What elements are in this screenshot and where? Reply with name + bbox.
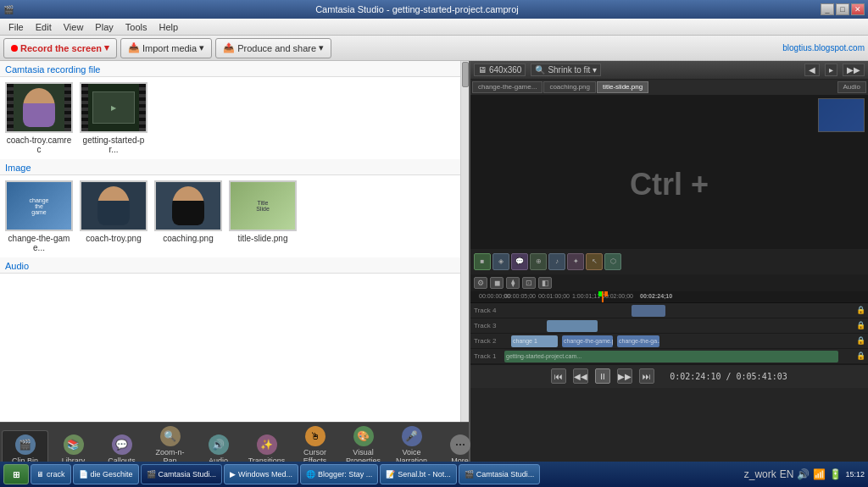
- mini-tl-btn-2[interactable]: ⧫: [506, 277, 520, 289]
- preview-btn3[interactable]: ▶▶: [843, 64, 865, 76]
- taskbar-media-icon: ▶: [230, 470, 236, 479]
- preview-fit-selector[interactable]: 🔍 Shrink to fit ▾: [531, 64, 601, 76]
- menu-file[interactable]: File: [3, 20, 29, 34]
- taskbar-camtasia-2[interactable]: 🎬 Camtasia Studi...: [459, 464, 541, 484]
- window-controls: _ □ ✕: [821, 3, 865, 15]
- mini-timeline-toolbar: ⚙ ◼ ⧫ ⊡ ◧: [470, 274, 868, 291]
- import-media-button[interactable]: 📥 Import media ▾: [120, 38, 212, 58]
- mini-tl-btn-1[interactable]: ◼: [490, 277, 504, 289]
- mini-track-2-lock[interactable]: 🔒: [856, 336, 868, 345]
- clip-bin-icon: 🎬: [15, 434, 36, 455]
- mini-tool-audio[interactable]: ♪: [548, 253, 565, 270]
- minimize-button[interactable]: _: [821, 3, 834, 15]
- mini-track-1-lock[interactable]: 🔒: [856, 351, 868, 360]
- mini-track-4-lock[interactable]: 🔒: [856, 306, 868, 314]
- preview-thumbnail: [818, 98, 865, 132]
- preview-size-selector[interactable]: 🖥 640x360: [474, 64, 526, 76]
- mini-tool-call[interactable]: 💬: [511, 253, 528, 270]
- mini-track-2-clip2[interactable]: change-the-game.png: [562, 335, 613, 347]
- recording-section-header: Camtasia recording file: [0, 61, 469, 77]
- menu-edit[interactable]: Edit: [31, 20, 57, 34]
- preview-btn1[interactable]: ◀: [804, 64, 820, 76]
- title-bar: 🎬 Camtasia Studio - getting-started-proj…: [0, 0, 868, 19]
- taskbar-tray: z_work EN 🔊 📶 🔋 15:12: [744, 468, 865, 480]
- left-panel: Camtasia recording file coach-troy.camre…: [0, 61, 470, 468]
- taskbar-senal[interactable]: 📝 Senal.bt - Not...: [380, 464, 457, 484]
- thumb-coach-troy-camrec: [5, 82, 73, 133]
- menu-play[interactable]: Play: [90, 20, 118, 34]
- zoom-pan-icon: 🔍: [160, 426, 181, 446]
- media-item-change-game[interactable]: changethegame change-the-game...: [5, 180, 73, 252]
- step-back-button[interactable]: ◀◀: [573, 368, 588, 384]
- media-item-coaching-png[interactable]: coaching.png: [154, 180, 222, 252]
- label-coach-troy-camrec: coach-troy.camrec: [5, 136, 73, 154]
- taskbar-camtasia-1[interactable]: 🎬 Camtasia Studi...: [141, 464, 223, 484]
- network-icon: 📶: [813, 468, 826, 480]
- mini-tl-btn-settings[interactable]: ⚙: [474, 277, 487, 289]
- menu-help[interactable]: Help: [153, 20, 183, 34]
- mini-time-ruler: 00:00:00;00 00:00:05;00 00:01:00;00 1:00…: [470, 291, 868, 303]
- mini-tool-lib[interactable]: ◈: [492, 253, 509, 270]
- mini-tool-cursor[interactable]: ↖: [586, 253, 603, 270]
- scrollbar-thumb[interactable]: [462, 62, 469, 87]
- mini-tool-zoom[interactable]: ⊕: [530, 253, 547, 270]
- record-dot-icon: [11, 45, 18, 52]
- mini-track-4: Track 4 🔒: [470, 303, 868, 318]
- preview-tab-audio[interactable]: Audio: [837, 81, 866, 93]
- mini-track-2-content: change 1 change-the-game.png change-the-…: [504, 334, 856, 348]
- clip-bin-scrollbar[interactable]: [460, 61, 469, 422]
- media-item-getting-started[interactable]: ▶ getting-started-pr...: [80, 82, 147, 154]
- mini-track-2-clip3[interactable]: change-the-ga...: [617, 335, 659, 347]
- media-item-title-slide[interactable]: TitleSlide title-slide.png: [229, 180, 297, 252]
- preview-tab-change-game[interactable]: change-the-game...: [472, 81, 542, 93]
- preview-tab-coaching[interactable]: coaching.png: [543, 81, 596, 93]
- menu-tools[interactable]: Tools: [120, 20, 153, 34]
- step-forward-button[interactable]: ▶▶: [617, 368, 632, 384]
- mini-tl-btn-4[interactable]: ◧: [538, 277, 552, 289]
- label-getting-started: getting-started-pr...: [80, 136, 147, 154]
- go-to-end-button[interactable]: ⏭: [639, 368, 654, 384]
- taskbar-crack[interactable]: 🖥 crack: [31, 464, 71, 484]
- tray-lang: EN: [780, 468, 794, 480]
- mini-track-3-lock[interactable]: 🔒: [856, 321, 868, 329]
- blog-url: blogtius.blogspot.com: [782, 43, 865, 53]
- taskbar-blogger[interactable]: 🌐 Blogger: Stay ...: [300, 464, 378, 484]
- media-item-coach-troy-camrec[interactable]: coach-troy.camrec: [5, 82, 73, 154]
- cursor-effects-icon: 🖱: [305, 426, 326, 446]
- record-screen-button[interactable]: Record the screen ▾: [3, 38, 117, 58]
- start-button[interactable]: ⊞: [3, 464, 29, 484]
- preview-tab-title-slide[interactable]: title-slide.png: [597, 81, 648, 93]
- mini-track-1-clip[interactable]: getting-started-project.cam...: [504, 351, 838, 362]
- main-layout: Camtasia recording file coach-troy.camre…: [0, 61, 868, 468]
- preview-playback-controls: ⏮ ◀◀ ⏸ ▶▶ ⏭ 0:02:24:10 / 0:05:41:03: [470, 364, 868, 388]
- mini-tool-clip[interactable]: ■: [474, 253, 491, 270]
- taskbar-die-geschite[interactable]: 📄 die Geschite: [73, 464, 139, 484]
- media-item-coach-troy-png[interactable]: coach-troy.png: [80, 180, 147, 252]
- voice-narration-icon: 🎤: [402, 426, 422, 446]
- mini-tool-trans[interactable]: ✦: [567, 253, 584, 270]
- taskbar-crack-icon: 🖥: [36, 470, 44, 479]
- mini-track-3-clip1[interactable]: [547, 320, 598, 332]
- thumb-getting-started: ▶: [80, 82, 147, 133]
- thumb-coach-troy-png: [80, 180, 147, 231]
- mini-track-2-clip1[interactable]: change 1: [511, 335, 558, 347]
- mini-track-4-clip[interactable]: [632, 305, 665, 317]
- taskbar-die-icon: 📄: [79, 470, 88, 479]
- taskbar-windows-media[interactable]: ▶ Windows Med...: [224, 464, 298, 484]
- menu-view[interactable]: View: [58, 20, 89, 34]
- maximize-button[interactable]: □: [836, 3, 849, 15]
- mini-tool-visual[interactable]: ⬡: [604, 253, 621, 270]
- preview-btn2[interactable]: ▸: [825, 64, 837, 76]
- play-pause-button[interactable]: ⏸: [595, 368, 610, 384]
- produce-dropdown-icon: ▾: [319, 42, 324, 53]
- close-button[interactable]: ✕: [851, 3, 865, 15]
- produce-share-button[interactable]: 📤 Produce and share ▾: [215, 38, 331, 58]
- visual-properties-icon: 🎨: [353, 426, 374, 446]
- go-to-start-button[interactable]: ⏮: [551, 368, 566, 384]
- label-coach-troy-png: coach-troy.png: [86, 234, 141, 243]
- images-grid: changethegame change-the-game... coach-t…: [0, 175, 469, 257]
- taskbar-camtasia-icon-1: 🎬: [147, 470, 156, 479]
- mini-tl-btn-3[interactable]: ⊡: [522, 277, 536, 289]
- taskbar: ⊞ 🖥 crack 📄 die Geschite 🎬 Camtasia Stud…: [0, 462, 868, 487]
- label-coaching-png: coaching.png: [163, 234, 214, 243]
